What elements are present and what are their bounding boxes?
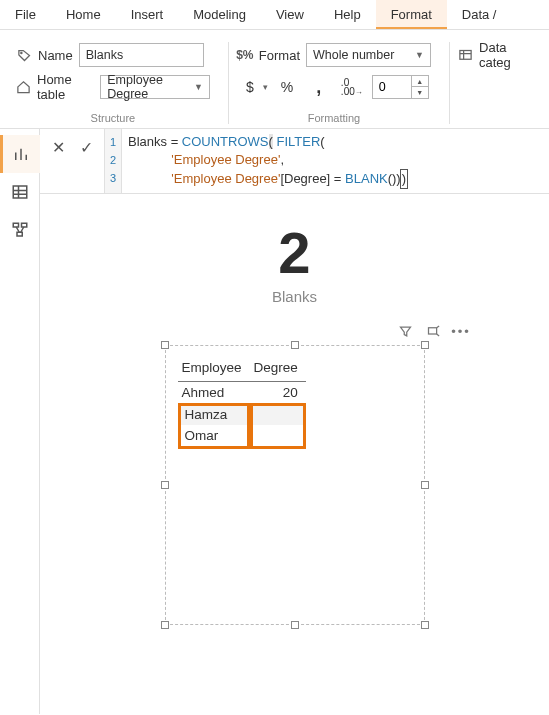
svg-rect-7 [13, 186, 27, 198]
resize-handle[interactable] [291, 621, 299, 629]
svg-line-14 [16, 227, 19, 232]
commit-formula-button[interactable]: ✓ [74, 135, 98, 159]
more-options-icon[interactable]: ••• [453, 323, 469, 339]
svg-rect-12 [21, 223, 26, 227]
format-select[interactable]: Whole number▼ [306, 43, 431, 67]
stepper-up[interactable]: ▲ [412, 76, 428, 87]
chevron-down-icon: ▼ [415, 50, 424, 60]
col-employee[interactable]: Employee [178, 356, 250, 382]
name-input[interactable]: Blanks [79, 43, 204, 67]
main-menu: File Home Insert Modeling View Help Form… [0, 0, 549, 30]
group-label-formatting: Formatting [237, 112, 431, 124]
data-view-button[interactable] [0, 173, 40, 211]
resize-handle[interactable] [421, 481, 429, 489]
datacat-label: Data categ [479, 40, 533, 70]
svg-rect-1 [460, 50, 471, 59]
menu-modeling[interactable]: Modeling [178, 0, 261, 29]
table-header-row: Employee Degree [178, 356, 306, 382]
percent-button[interactable]: % [274, 75, 300, 99]
tag-icon [16, 47, 32, 63]
filter-icon[interactable] [397, 323, 413, 339]
formula-bar: ✕ ✓ 1 2 3 Blanks = COUNTROWS( FILTER( 'E… [40, 129, 549, 194]
menu-help[interactable]: Help [319, 0, 376, 29]
workspace: ✕ ✓ 1 2 3 Blanks = COUNTROWS( FILTER( 'E… [0, 129, 549, 714]
thousands-button[interactable]: , [306, 75, 332, 99]
resize-handle[interactable] [161, 481, 169, 489]
decimals-icon: .0.00→ [338, 75, 366, 99]
cancel-formula-button[interactable]: ✕ [46, 135, 70, 159]
report-canvas[interactable]: 2 Blanks ••• [40, 194, 549, 714]
formula-editor[interactable]: Blanks = COUNTROWS( FILTER( 'Employee De… [122, 129, 414, 193]
ribbon-group-structure: Name Blanks Home table Employee Degree▼ … [8, 42, 218, 124]
format-label: Format [259, 48, 300, 63]
menu-data[interactable]: Data / [447, 0, 512, 29]
report-view-button[interactable] [0, 135, 40, 173]
menu-format[interactable]: Format [376, 0, 447, 29]
menu-home[interactable]: Home [51, 0, 116, 29]
data-table: Employee Degree Ahmed 20 Hamza Omar [178, 356, 306, 449]
category-icon [458, 47, 473, 63]
svg-rect-16 [428, 327, 436, 333]
col-degree[interactable]: Degree [250, 356, 306, 382]
table-row[interactable]: Hamza [178, 403, 306, 425]
group-label-structure: Structure [16, 112, 210, 124]
chevron-down-icon[interactable]: ▾ [263, 82, 268, 92]
menu-file[interactable]: File [0, 0, 51, 29]
ribbon: Name Blanks Home table Employee Degree▼ … [0, 30, 549, 129]
table-row[interactable]: Ahmed 20 [178, 382, 306, 403]
editor-area: ✕ ✓ 1 2 3 Blanks = COUNTROWS( FILTER( 'E… [40, 129, 549, 714]
resize-handle[interactable] [421, 341, 429, 349]
focus-mode-icon[interactable] [425, 323, 441, 339]
view-switcher [0, 129, 40, 714]
model-view-button[interactable] [0, 211, 40, 249]
visual-header: ••• [397, 323, 469, 339]
svg-point-0 [20, 52, 21, 53]
table-visual[interactable]: Employee Degree Ahmed 20 Hamza Omar [165, 345, 425, 625]
table-row[interactable]: Omar [178, 425, 306, 449]
decimals-input[interactable] [373, 76, 411, 98]
svg-line-15 [20, 227, 23, 232]
home-icon [16, 79, 31, 95]
menu-view[interactable]: View [261, 0, 319, 29]
card-label: Blanks [272, 288, 317, 305]
decimals-stepper[interactable]: ▲ ▼ [372, 75, 429, 99]
line-gutter: 1 2 3 [104, 129, 122, 193]
card-value: 2 [278, 224, 310, 282]
svg-rect-13 [17, 232, 22, 236]
hometable-label: Home table [37, 72, 94, 102]
resize-handle[interactable] [161, 341, 169, 349]
resize-handle[interactable] [291, 341, 299, 349]
menu-insert[interactable]: Insert [116, 0, 179, 29]
ribbon-group-formatting: $% Format Whole number▼ $ ▾ % , .0.00→ ▲… [228, 42, 439, 124]
format-icon: $% [237, 47, 253, 63]
chevron-down-icon: ▼ [194, 82, 203, 92]
hometable-select[interactable]: Employee Degree▼ [100, 75, 210, 99]
name-label: Name [38, 48, 73, 63]
ribbon-group-properties: Data categ [449, 42, 541, 124]
resize-handle[interactable] [421, 621, 429, 629]
currency-button[interactable]: $ [237, 75, 263, 99]
resize-handle[interactable] [161, 621, 169, 629]
stepper-down[interactable]: ▼ [412, 87, 428, 98]
svg-rect-11 [13, 223, 18, 227]
